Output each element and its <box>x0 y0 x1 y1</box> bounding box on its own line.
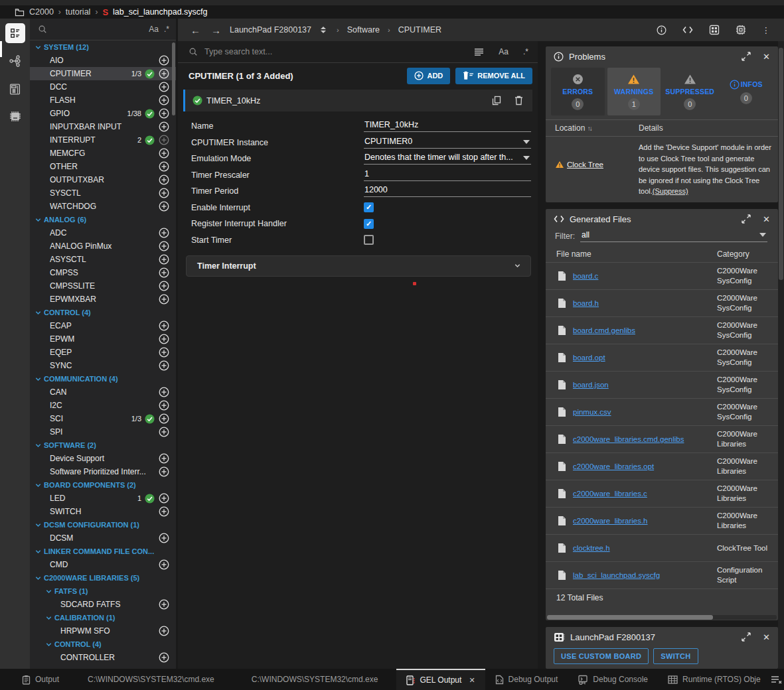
timer-instance-card[interactable]: TIMER_10kHz <box>183 90 532 111</box>
add-instance-button[interactable] <box>159 174 169 185</box>
tree-category-board-components-2[interactable]: BOARD COMPONENTS (2) <box>30 478 176 492</box>
device-view-icon[interactable] <box>731 25 751 35</box>
add-instance-button[interactable] <box>159 320 169 331</box>
file-link[interactable]: c2000ware_libraries.c <box>573 490 647 498</box>
file-link[interactable]: lab_sci_launchpad.syscfg <box>573 571 660 579</box>
scrollbar-thumb[interactable] <box>547 615 713 620</box>
tree-item-epwm[interactable]: EPWM <box>30 332 176 346</box>
add-instance-button[interactable] <box>159 360 169 371</box>
add-instance-button[interactable] <box>159 413 169 424</box>
add-instance-button[interactable] <box>159 267 169 278</box>
board-view-icon[interactable] <box>704 25 724 35</box>
tree-item-watchdog[interactable]: WATCHDOG <box>30 200 176 213</box>
match-case-icon[interactable]: Aa <box>149 25 159 34</box>
switch-board-button[interactable]: SWITCH <box>653 648 698 664</box>
enable-interrupt-checkbox[interactable]: ✓ <box>364 202 374 212</box>
tree-item-sync[interactable]: SYNC <box>30 359 176 372</box>
right-scrollbar[interactable] <box>778 41 784 669</box>
column-location[interactable]: Location ↑↓ <box>546 123 639 133</box>
timer-interrupt-section[interactable]: Timer Interrupt <box>186 255 531 277</box>
tree-item-sdcard-fatfs[interactable]: SDCARD FATFS <box>30 598 176 611</box>
add-instance-button[interactable] <box>159 559 169 570</box>
file-link[interactable]: c2000ware_libraries.cmd.genlibs <box>573 435 684 443</box>
add-instance-button[interactable] <box>159 108 169 119</box>
tree-item-flash[interactable]: FLASH <box>30 94 176 107</box>
tree-item-sci[interactable]: SCI1/3 <box>30 412 176 425</box>
bottom-tab-debug-console[interactable]: Debug Console <box>568 669 658 690</box>
breadcrumb-project[interactable]: C2000 <box>29 7 54 17</box>
tree-item-adc[interactable]: ADC <box>30 226 176 240</box>
filter-errors[interactable]: ERRORS0 <box>551 68 605 115</box>
tree-scrollbar[interactable] <box>172 42 175 115</box>
add-instance-button[interactable] <box>159 121 169 132</box>
add-instance-button[interactable] <box>159 281 169 291</box>
tree-item-inputxbar-input[interactable]: INPUTXBAR INPUT <box>30 120 176 133</box>
tree-item-dcsm[interactable]: DCSM <box>30 531 176 545</box>
scrollbar-thumb[interactable] <box>779 48 783 280</box>
tree-item-sysctl[interactable]: SYSCTL <box>30 186 176 200</box>
tree-item-hrpwm-sfo[interactable]: HRPWM SFO <box>30 624 176 638</box>
nav-path-cputimer[interactable]: CPUTIMER <box>398 25 441 34</box>
suppress-link[interactable]: (Suppress) <box>653 187 688 195</box>
chip-view-button[interactable] <box>5 107 25 127</box>
add-instance-button[interactable] <box>159 652 169 663</box>
add-instance-button[interactable] <box>159 506 169 517</box>
close-panel-icon[interactable] <box>771 675 782 684</box>
board-view-button[interactable] <box>5 79 25 99</box>
tree-item-cputimer[interactable]: CPUTIMER1/3 <box>30 67 176 80</box>
bottom-tab-output[interactable]: Output <box>12 669 69 690</box>
add-instance-button[interactable] <box>159 241 169 251</box>
expand-icon[interactable] <box>735 632 751 642</box>
tree-item-dcc[interactable]: DCC <box>30 80 176 94</box>
clock-tree-link[interactable]: Clock Tree <box>567 161 603 169</box>
close-icon[interactable]: ✕ <box>756 632 770 642</box>
tree-category-linker-command-file-con[interactable]: LINKER COMMAND FILE CON... <box>30 545 176 558</box>
file-link[interactable]: board.c <box>573 272 598 280</box>
add-instance-button[interactable] <box>159 95 169 105</box>
bottom-tab-gel-output[interactable]: GEL Output✕ <box>396 669 485 690</box>
tree-item-interrupt[interactable]: INTERRUPT2 <box>30 133 176 147</box>
tree-category-control-4[interactable]: CONTROL (4) <box>30 638 176 651</box>
tree-item-led[interactable]: LED1 <box>30 492 176 505</box>
board-selector[interactable]: LaunchPad F2800137 <box>230 25 311 34</box>
add-instance-button[interactable] <box>159 453 169 464</box>
breadcrumb-folder[interactable]: tutorial <box>66 7 91 17</box>
add-instance-button[interactable] <box>159 626 169 636</box>
tree-item-device-support[interactable]: Device Support <box>30 452 176 465</box>
delete-icon[interactable] <box>505 96 523 105</box>
start-timer-checkbox[interactable] <box>364 235 374 245</box>
add-instance-button[interactable] <box>159 228 169 238</box>
file-link[interactable]: c2000ware_libraries.h <box>573 517 648 525</box>
regex-icon[interactable]: .* <box>164 25 169 34</box>
add-instance-button[interactable] <box>159 599 169 610</box>
add-instance-button[interactable] <box>159 533 169 543</box>
tree-item-spi[interactable]: SPI <box>30 425 176 439</box>
file-link[interactable]: c2000ware_libraries.opt <box>573 462 654 470</box>
tree-item-aio[interactable]: AIO <box>30 54 176 67</box>
tree-item-memcfg[interactable]: MEMCFG <box>30 147 176 160</box>
add-instance-button[interactable] <box>159 188 169 198</box>
sort-icon[interactable]: ↑↓ <box>588 125 591 132</box>
filter-select[interactable]: all <box>580 230 767 242</box>
tree-category-control-4[interactable]: CONTROL (4) <box>30 306 176 319</box>
tree-item-can[interactable]: CAN <box>30 385 176 399</box>
add-instance-button[interactable] <box>159 55 169 66</box>
code-view-icon[interactable] <box>678 26 698 34</box>
config-search-bar[interactable]: Type search text... Aa .* <box>178 41 538 63</box>
bottom-tab-debug-output[interactable]: Debug Output <box>485 669 568 690</box>
bottom-tab-c-windows-system32-cmd-exe[interactable]: C:\WINDOWS\SYSTEM32\cmd.exe <box>233 669 397 690</box>
tree-item-gpio[interactable]: GPIO1/38 <box>30 107 176 120</box>
filter-suppressed[interactable]: SUPPRESSED0 <box>663 68 717 115</box>
nav-back-icon[interactable]: ← <box>189 25 202 36</box>
bottom-tab-c-windows-system32-cmd-exe[interactable]: C:\WINDOWS\SYSTEM32\cmd.exe <box>69 669 233 690</box>
close-tab-icon[interactable]: ✕ <box>469 676 475 685</box>
tree-category-dcsm-configuration-1[interactable]: DCSM CONFIGURATION (1) <box>30 518 176 531</box>
add-instance-button[interactable] <box>159 294 169 305</box>
tree-item-eqep[interactable]: EQEP <box>30 346 176 359</box>
tree-item-ecap[interactable]: ECAP <box>30 319 176 332</box>
tree-item-asysctl[interactable]: ASYSCTL <box>30 253 176 266</box>
add-instance-button[interactable] <box>159 135 169 145</box>
add-instance-button[interactable] <box>159 400 169 411</box>
network-view-button[interactable] <box>5 51 25 71</box>
info-icon[interactable] <box>652 25 671 35</box>
